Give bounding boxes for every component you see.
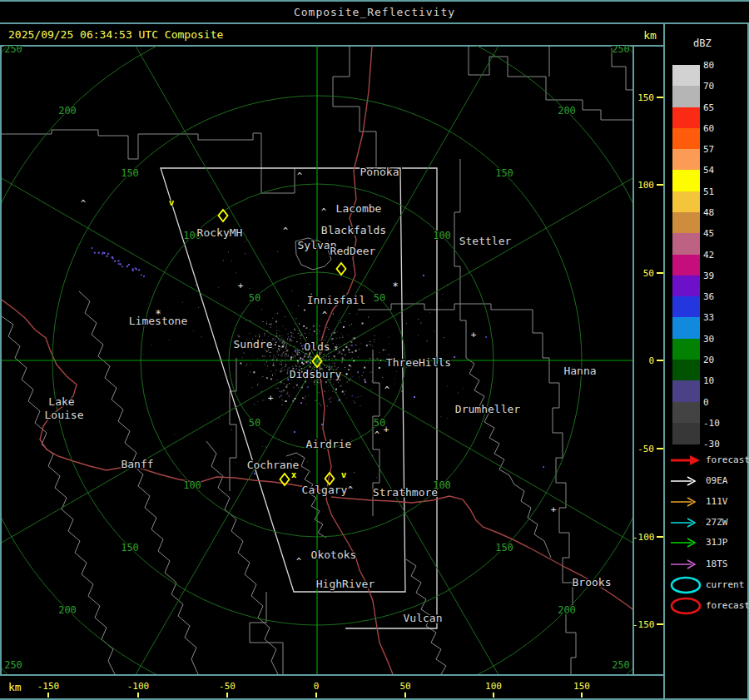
echo-speckle (265, 350, 266, 351)
city-label: Ponoka (360, 166, 399, 178)
range-ring-label: 50 (374, 292, 385, 304)
echo-speckle (444, 337, 444, 338)
echo-speckle (270, 371, 271, 372)
echo-speckle (344, 394, 345, 395)
echo-speckle (324, 419, 325, 420)
echo-speckle (355, 345, 356, 345)
city-label: Brooks (573, 576, 612, 588)
echo-speckle (373, 359, 374, 360)
echo-speckle (305, 396, 305, 397)
echo-speckle (331, 335, 332, 335)
echo-speckle (310, 356, 311, 357)
echo-speckle (265, 400, 265, 400)
echo-speckle (308, 363, 309, 364)
precip-echo-dot (98, 252, 100, 254)
echo-speckle (352, 376, 353, 377)
peak-caret-marker: ^ (374, 430, 379, 439)
echo-speckle (297, 360, 299, 362)
county-boundary-line (2, 130, 295, 193)
echo-speckle (293, 357, 294, 358)
storm-ellipse-icon (669, 596, 704, 616)
precip-echo-dot (114, 261, 116, 262)
dbz-swatch (672, 339, 700, 360)
echo-speckle (300, 353, 301, 354)
echo-speckle (281, 338, 282, 339)
city-label: Stettler (459, 235, 512, 247)
dbz-swatch (672, 170, 700, 191)
echo-speckle (281, 355, 282, 356)
echo-speckle (258, 383, 259, 384)
echo-speckle (359, 349, 360, 350)
storm-arrow-icon (669, 474, 702, 488)
precip-echo-dot (94, 252, 96, 254)
echo-speckle (293, 333, 294, 334)
dbz-value: -10 (703, 418, 733, 429)
echo-speckle (280, 390, 282, 392)
echo-speckle (295, 356, 296, 357)
echo-speckle (270, 352, 271, 353)
peak-caret-marker: ^ (322, 310, 327, 320)
dbz-swatch (672, 191, 700, 213)
range-ring-label: 250 (4, 46, 22, 55)
echo-speckle (255, 335, 256, 336)
storm-arrow-label: 111V (706, 496, 728, 507)
echo-speckle (278, 348, 279, 349)
precip-echo-dot (122, 266, 123, 267)
echo-speckle (261, 377, 262, 378)
echo-speckle (335, 366, 336, 367)
echo-speckle (143, 354, 144, 355)
echo-speckle (350, 313, 350, 314)
echo-speckle (370, 372, 370, 373)
echo-speckle (277, 350, 278, 351)
precip-echo-dot (92, 247, 93, 249)
echo-speckle (284, 340, 285, 340)
echo-speckle (278, 355, 279, 355)
precip-echo-dot (136, 268, 137, 270)
arrow-glyph (669, 536, 702, 549)
precip-echo-dot (120, 263, 122, 265)
echo-speckle (351, 345, 353, 346)
storm-x-marker: x (291, 469, 297, 480)
echo-speckle (279, 350, 280, 351)
echo-speckle (272, 360, 273, 360)
echo-speckle (369, 362, 370, 363)
echo-speckle (287, 385, 288, 385)
echo-speckle (300, 334, 300, 335)
county-boundary-line (454, 159, 466, 358)
echo-speckle (169, 340, 170, 340)
echo-speckle (327, 406, 328, 407)
bottom-axis-tick (581, 693, 583, 698)
precip-echo-dot (254, 473, 255, 474)
echo-speckle (277, 251, 278, 252)
dbz-value: 42 (703, 250, 733, 261)
echo-speckle (276, 370, 277, 370)
echo-speckle (345, 367, 345, 368)
echo-speckle (340, 322, 341, 323)
echo-speckle (231, 261, 232, 261)
echo-speckle (355, 397, 356, 398)
echo-speckle (257, 401, 258, 402)
echo-speckle (307, 360, 309, 362)
echo-speckle (333, 384, 334, 385)
county-boundary-line (2, 316, 115, 674)
echo-speckle (279, 349, 280, 350)
echo-speckle (355, 402, 355, 403)
echo-speckle (338, 350, 339, 351)
echo-speckle (289, 396, 290, 397)
echo-speckle (265, 335, 265, 336)
echo-speckle (441, 416, 442, 417)
echo-speckle (354, 360, 355, 361)
echo-speckle (341, 353, 343, 355)
city-label: ThreeHills (386, 356, 451, 369)
echo-speckle (329, 363, 330, 364)
precip-echo-dot (132, 268, 134, 270)
ellipse-glyph (669, 596, 704, 616)
frame-legend-divider (663, 22, 665, 700)
echo-speckle (333, 387, 334, 388)
echo-speckle (310, 330, 310, 330)
echo-speckle (338, 320, 339, 321)
echo-speckle (292, 400, 294, 402)
echo-speckle (288, 355, 289, 355)
echo-speckle (334, 355, 335, 357)
dbz-value: 70 (703, 81, 733, 92)
